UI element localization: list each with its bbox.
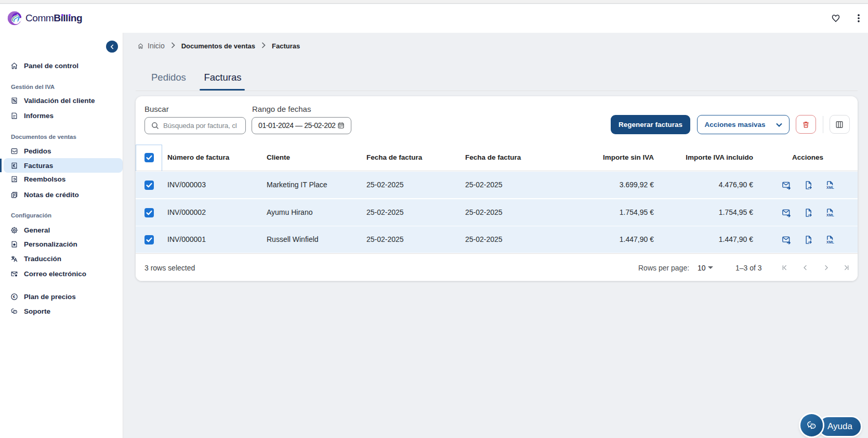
svg-text:€: € xyxy=(13,294,16,299)
